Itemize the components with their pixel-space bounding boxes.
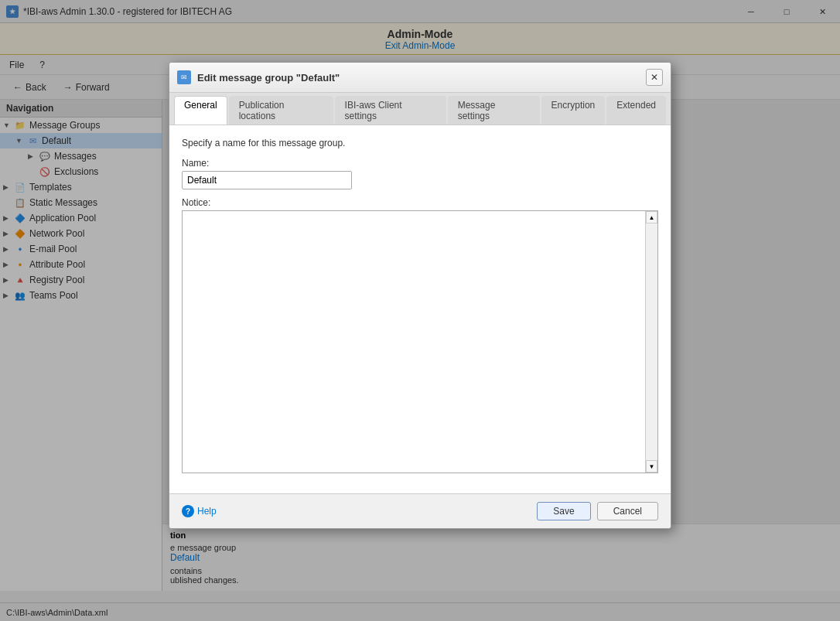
tab-message-settings[interactable]: Message settings [448, 96, 540, 125]
notice-label: Notice: [182, 197, 658, 208]
notice-container: ▲ ▼ [182, 210, 658, 473]
dialog-title-icon: ✉ [177, 70, 191, 84]
notice-form-group: Notice: ▲ ▼ [182, 197, 658, 473]
help-link[interactable]: ? Help [182, 505, 217, 517]
help-icon: ? [182, 505, 194, 517]
save-button[interactable]: Save [537, 502, 590, 520]
name-input[interactable] [182, 171, 352, 189]
dialog-tabs: General Publication locations IBI-aws Cl… [169, 93, 671, 125]
tab-extended[interactable]: Extended [606, 96, 666, 125]
scroll-down-arrow[interactable]: ▼ [646, 460, 657, 473]
name-form-group: Name: [182, 158, 658, 189]
tab-encryption[interactable]: Encryption [541, 96, 606, 125]
dialog-description: Specify a name for this message group. [182, 138, 658, 148]
name-label: Name: [182, 158, 658, 169]
notice-scrollbar: ▲ ▼ [645, 211, 657, 473]
footer-buttons: Save Cancel [537, 502, 658, 520]
tab-general[interactable]: General [174, 96, 227, 125]
dialog-title-text: Edit message group "Default" [197, 72, 640, 84]
dialog-close-button[interactable]: ✕ [646, 69, 663, 86]
help-label: Help [197, 506, 217, 517]
notice-textarea[interactable] [183, 211, 645, 473]
scroll-track [646, 223, 657, 460]
scroll-up-arrow[interactable]: ▲ [646, 211, 657, 223]
dialog-content: Specify a name for this message group. N… [169, 125, 671, 493]
cancel-button[interactable]: Cancel [597, 502, 658, 520]
edit-message-group-dialog: ✉ Edit message group "Default" ✕ General… [169, 62, 671, 529]
tab-publication-locations[interactable]: Publication locations [229, 96, 333, 125]
tab-ibi-aws-client-settings[interactable]: IBI-aws Client settings [335, 96, 446, 125]
dialog-title-bar: ✉ Edit message group "Default" ✕ [169, 63, 671, 93]
dialog-footer: ? Help Save Cancel [169, 493, 671, 528]
modal-overlay: ✉ Edit message group "Default" ✕ General… [0, 0, 840, 621]
